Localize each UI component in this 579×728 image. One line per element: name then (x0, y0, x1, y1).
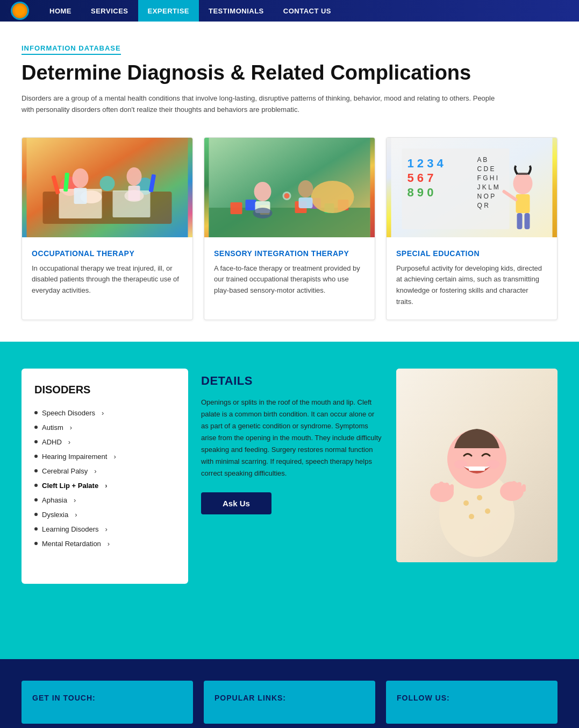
svg-rect-45 (518, 173, 528, 175)
teal-section: DISODERS Speech Disoders › Autism › ADHD… (0, 342, 579, 627)
svg-text:1 2 3 4: 1 2 3 4 (408, 157, 444, 170)
details-title: DETAILS (201, 374, 383, 388)
svg-rect-69 (517, 482, 521, 491)
chevron-right-icon: › (68, 438, 70, 446)
baby-image (396, 369, 557, 562)
disorders-card: DISODERS Speech Disoders › Autism › ADHD… (22, 369, 188, 584)
navbar: HOME SERVICES EXPERTISE TESTIMONIALS CON… (0, 0, 579, 22)
nav-contact[interactable]: CONTACT US (274, 0, 341, 22)
details-text: Openings or splits in the roof of the mo… (201, 397, 383, 480)
card-ot-body: OCCUPATIONAL THERAPY In occupational the… (22, 237, 192, 308)
footer-col-contact: GET IN TOUCH: (22, 681, 193, 724)
footer-links-title: POPULAR LINKS: (215, 694, 286, 702)
disorder-item-aphasia[interactable]: Aphasia › (34, 493, 175, 507)
nav-expertise[interactable]: EXPERTISE (138, 0, 199, 22)
disorder-item-dyslexia[interactable]: Dyslexia › (34, 507, 175, 522)
svg-text:5 6 7: 5 6 7 (408, 171, 434, 185)
card-sit-title: SENSORY INTEGRATION THERAPY (214, 249, 365, 258)
bullet-icon (34, 426, 38, 429)
bullet-icon (34, 513, 38, 516)
card-ot-title: OCCUPATIONAL THERAPY (32, 249, 183, 258)
card-se: 1 2 3 4 5 6 7 8 9 0 A B C D E F G H I J … (386, 137, 557, 320)
svg-point-3 (100, 176, 115, 191)
disorder-item-adhd[interactable]: ADHD › (34, 435, 175, 449)
svg-rect-15 (128, 186, 140, 201)
chevron-right-icon: › (74, 496, 76, 504)
svg-point-32 (284, 193, 290, 199)
chevron-right-icon: › (105, 482, 107, 490)
svg-rect-46 (516, 194, 530, 213)
disorder-item-cerebral[interactable]: Cerebral Palsy › (34, 464, 175, 478)
chevron-right-icon: › (108, 540, 110, 548)
svg-point-29 (298, 180, 313, 197)
disorder-item-hearing[interactable]: Hearing Impairement › (34, 449, 175, 464)
svg-text:Q R: Q R (477, 202, 489, 209)
chevron-right-icon: › (102, 409, 104, 417)
card-se-text: Purposeful activity for developing kids,… (396, 263, 547, 308)
disorder-item-learning[interactable]: Learning Disoders › (34, 522, 175, 536)
bullet-icon (34, 527, 38, 531)
page-title: Determine Diagnosis & Related Complicati… (22, 61, 557, 84)
bullet-icon (34, 440, 38, 443)
ask-us-button[interactable]: Ask Us (201, 492, 271, 514)
svg-point-26 (254, 182, 271, 201)
footer-section: GET IN TOUCH: POPULAR LINKS: FOLLOW US: (0, 659, 579, 728)
bullet-icon (34, 455, 38, 458)
card-sit-image (204, 138, 375, 237)
nav-home[interactable]: HOME (40, 0, 81, 22)
bullet-icon (34, 498, 38, 501)
card-se-image: 1 2 3 4 5 6 7 8 9 0 A B C D E F G H I J … (387, 138, 557, 237)
svg-point-25 (311, 181, 354, 213)
cards-section: OCCUPATIONAL THERAPY In occupational the… (0, 126, 579, 342)
svg-rect-68 (512, 481, 516, 491)
bullet-icon (34, 411, 38, 414)
svg-rect-13 (74, 188, 87, 204)
svg-text:C D E: C D E (477, 165, 495, 173)
footer-contact-title: GET IN TOUCH: (32, 694, 96, 702)
svg-rect-65 (445, 483, 449, 491)
svg-point-12 (73, 168, 89, 188)
disorder-item-speech[interactable]: Speech Disoders › (34, 406, 175, 420)
disorder-item-cleft[interactable]: Cleft Lip + Palate › (34, 478, 175, 493)
chevron-right-icon: › (113, 453, 116, 461)
header-section: INFORMATION DATABASE Determine Diagnosis… (0, 22, 579, 126)
svg-text:F G H I: F G H I (477, 174, 498, 182)
card-ot-image (22, 138, 192, 237)
site-logo[interactable] (11, 2, 29, 20)
svg-rect-48 (517, 213, 523, 229)
svg-rect-19 (246, 200, 256, 210)
bullet-icon (34, 542, 38, 545)
spacing-section (0, 627, 579, 659)
disorders-title: DISODERS (34, 384, 175, 396)
details-panel: DETAILS Openings or splits in the roof o… (201, 369, 383, 520)
disorder-item-mental[interactable]: Mental Retardation › (34, 536, 175, 551)
disorder-item-autism[interactable]: Autism › (34, 420, 175, 435)
svg-rect-66 (450, 484, 454, 492)
chevron-right-icon: › (94, 467, 96, 475)
bullet-icon (34, 484, 38, 487)
svg-rect-64 (439, 482, 444, 491)
svg-rect-60 (469, 467, 485, 471)
svg-point-52 (463, 500, 469, 506)
card-ot: OCCUPATIONAL THERAPY In occupational the… (22, 137, 193, 320)
svg-rect-49 (525, 213, 530, 229)
bullet-icon (34, 469, 38, 472)
svg-point-54 (485, 508, 490, 514)
card-sit-text: A face-to-face therapy or treatment prov… (214, 263, 365, 296)
svg-text:N O P: N O P (477, 193, 495, 200)
footer-social-title: FOLLOW US: (397, 694, 450, 702)
svg-rect-70 (522, 484, 526, 492)
svg-point-55 (469, 514, 474, 519)
svg-rect-30 (299, 197, 313, 208)
info-label: INFORMATION DATABASE (22, 44, 121, 55)
svg-rect-63 (434, 484, 438, 493)
card-se-title: SPECIAL EDUCATION (396, 249, 547, 258)
chevron-right-icon: › (70, 423, 72, 432)
chevron-right-icon: › (105, 525, 108, 533)
footer-col-links: POPULAR LINKS: (204, 681, 375, 724)
nav-services[interactable]: SERVICES (81, 0, 138, 22)
card-ot-text: In occupational therapy we treat injured… (32, 263, 183, 296)
svg-text:A B: A B (477, 156, 488, 164)
footer-col-social: FOLLOW US: (386, 681, 557, 724)
nav-testimonials[interactable]: TESTIMONIALS (199, 0, 274, 22)
